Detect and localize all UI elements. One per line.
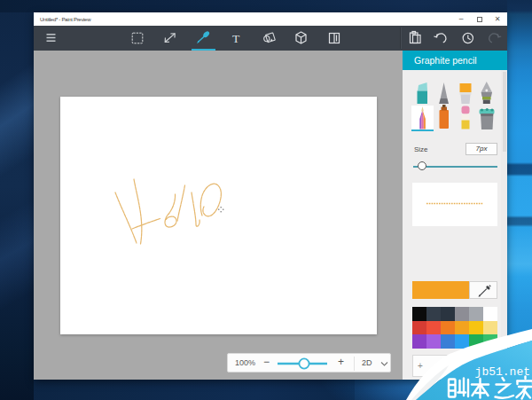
svg-text:jb51.net: jb51.net: [475, 365, 530, 379]
svg-text:T: T: [232, 32, 240, 45]
